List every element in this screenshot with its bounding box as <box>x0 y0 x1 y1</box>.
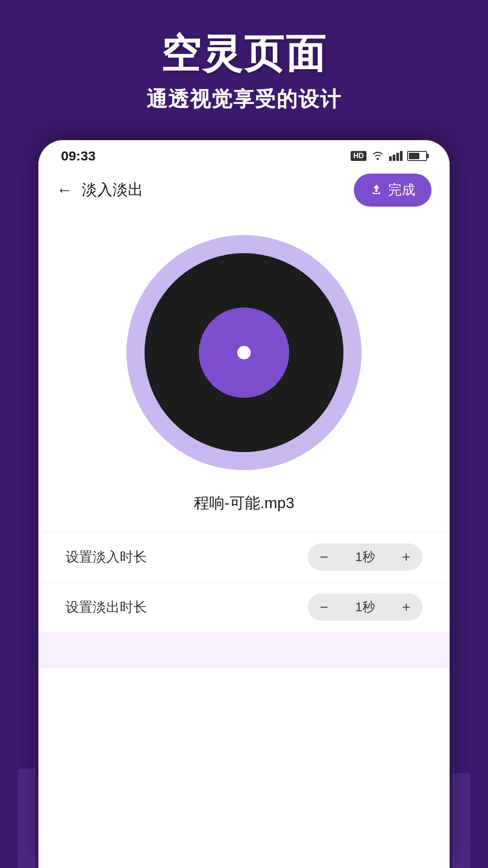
vinyl-container <box>127 235 361 470</box>
fade-out-row: 设置淡出时长 − 1秒 + <box>38 582 450 632</box>
sub-title: 通透视觉享受的设计 <box>0 85 488 113</box>
fade-in-stepper: − 1秒 + <box>308 543 422 571</box>
nav-title: 淡入淡出 <box>82 179 143 200</box>
back-button[interactable]: ← <box>56 180 73 199</box>
eq-bar <box>18 769 36 868</box>
fade-out-value: 1秒 <box>340 594 390 621</box>
fade-out-stepper: − 1秒 + <box>308 594 422 621</box>
fade-in-label: 设置淡入时长 <box>66 548 308 566</box>
vinyl-center-dot <box>237 346 251 359</box>
wifi-icon <box>371 149 385 163</box>
fade-out-label: 设置淡出时长 <box>66 598 308 617</box>
signal-bars-icon <box>389 151 403 161</box>
main-title: 空灵页面 <box>0 27 488 81</box>
fade-in-row: 设置淡入时长 − 1秒 + <box>38 532 450 582</box>
upload-icon <box>370 184 383 196</box>
vinyl-outer-ring <box>127 235 361 470</box>
vinyl-record <box>145 253 343 452</box>
song-title: 程响-可能.mp3 <box>194 493 295 514</box>
status-bar: 09:33 HD <box>38 140 450 172</box>
vinyl-label <box>199 307 289 398</box>
hd-icon: HD <box>351 151 366 161</box>
phone-mockup: 09:33 HD ← 淡入淡出 <box>38 140 450 868</box>
done-button[interactable]: 完成 <box>354 174 432 207</box>
content-area: 程响-可能.mp3 设置淡入时长 − 1秒 + 设置淡出时长 − 1秒 + <box>38 208 450 682</box>
fade-out-minus-button[interactable]: − <box>308 594 340 621</box>
fade-out-plus-button[interactable]: + <box>390 594 422 621</box>
status-time: 09:33 <box>61 148 96 164</box>
fade-in-value: 1秒 <box>340 543 390 571</box>
title-area: 空灵页面 通透视觉享受的设计 <box>0 27 488 113</box>
nav-bar: ← 淡入淡出 完成 <box>38 172 450 208</box>
done-label: 完成 <box>388 181 415 199</box>
battery-icon <box>407 151 427 161</box>
fade-in-plus-button[interactable]: + <box>390 543 422 571</box>
fade-in-minus-button[interactable]: − <box>308 543 340 571</box>
nav-left: ← 淡入淡出 <box>56 179 143 200</box>
status-icons: HD <box>351 149 427 163</box>
eq-bar <box>452 773 470 868</box>
bottom-bar <box>38 632 450 668</box>
